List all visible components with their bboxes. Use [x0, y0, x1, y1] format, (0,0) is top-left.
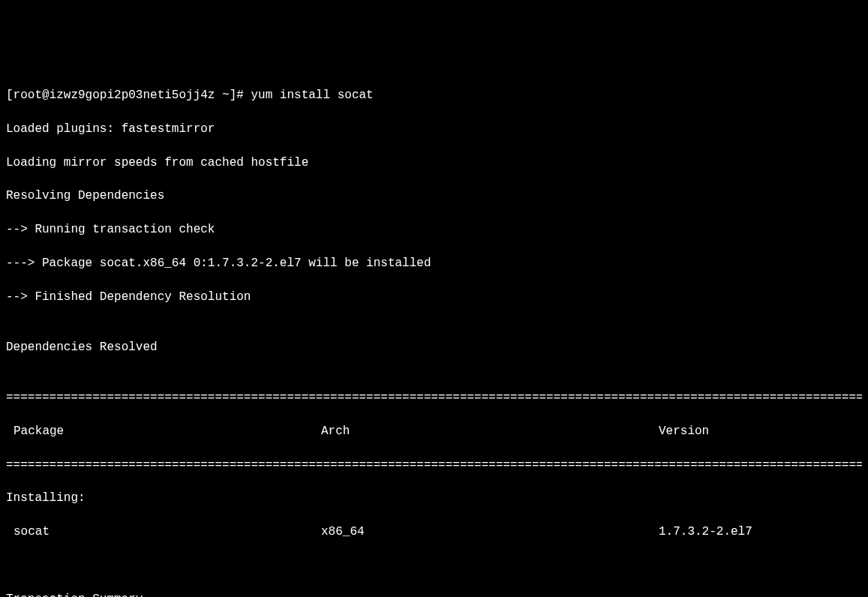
- header-version: Version: [659, 423, 862, 440]
- installing-label: Installing:: [6, 490, 862, 506]
- output-line: Loading mirror speeds from cached hostfi…: [6, 154, 862, 171]
- transaction-summary-label: Transaction Summary: [6, 591, 862, 597]
- divider-line: ========================================…: [6, 389, 862, 406]
- output-line: --> Running transaction check: [6, 221, 862, 238]
- output-line: Resolving Dependencies: [6, 188, 862, 204]
- cell-package: socat: [6, 524, 321, 540]
- divider-line: ========================================…: [6, 457, 862, 473]
- shell-prompt: [root@izwz9gopi2p03neti5ojj4z ~]#: [6, 88, 251, 102]
- output-line: Dependencies Resolved: [6, 339, 862, 356]
- table-row: socatx86_641.7.3.2-2.el7: [6, 524, 862, 540]
- header-package: Package: [6, 423, 321, 440]
- output-line: Loaded plugins: fastestmirror: [6, 121, 862, 137]
- cell-arch: x86_64: [321, 524, 659, 540]
- command-line[interactable]: [root@izwz9gopi2p03neti5ojj4z ~]# yum in…: [6, 87, 862, 104]
- header-arch: Arch: [321, 423, 659, 440]
- terminal-output: [root@izwz9gopi2p03neti5ojj4z ~]# yum in…: [6, 70, 862, 597]
- command-text: yum install socat: [251, 88, 373, 102]
- output-line: ---> Package socat.x86_64 0:1.7.3.2-2.el…: [6, 255, 862, 272]
- output-line: --> Finished Dependency Resolution: [6, 289, 862, 305]
- cell-version: 1.7.3.2-2.el7: [659, 524, 862, 540]
- table-header-row: PackageArchVersion: [6, 423, 862, 440]
- blank-line: [6, 557, 862, 574]
